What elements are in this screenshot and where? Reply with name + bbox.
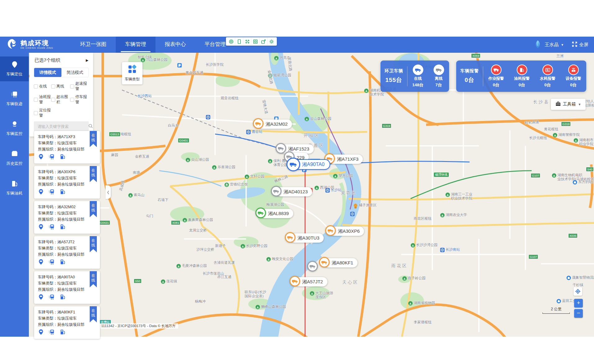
fuel-icon[interactable] <box>60 154 66 160</box>
checkbox-icon[interactable] <box>34 111 38 115</box>
map-label: 湖南警察学院 <box>553 133 580 137</box>
sidebar-item-车辆定位[interactable]: 车辆定位 <box>0 56 29 81</box>
locate-icon[interactable] <box>38 189 44 195</box>
offline-label: 离线 <box>435 76 443 81</box>
map-label: 乐喜湖公园 <box>212 165 236 170</box>
locate-button[interactable] <box>574 287 582 296</box>
settings-icon[interactable] <box>268 38 276 45</box>
vehicle-marker-湘A30TU3[interactable]: 湘A30TU3 <box>290 233 324 243</box>
track-icon[interactable] <box>49 224 55 230</box>
checkbox-icon[interactable] <box>70 84 74 88</box>
sidebar-item-车辆监控[interactable]: 车辆监控 <box>0 116 29 141</box>
zoom-in-button[interactable]: + <box>574 299 583 308</box>
locate-icon[interactable] <box>38 329 44 335</box>
vehicle-marker-湘AF1523[interactable]: 湘AF1523 <box>280 144 314 154</box>
vehicle-marker-湘A90TA0[interactable]: 湘A90TA0 <box>292 159 330 170</box>
map-label-text: 新塘子 <box>215 244 226 248</box>
filter-超出围栏[interactable]: 超出围栏 <box>51 94 70 105</box>
toolbox-button[interactable]: 工具箱 ▼ <box>551 99 586 110</box>
map-label: 石墙下 <box>158 198 169 202</box>
track-icon[interactable] <box>49 259 55 265</box>
filter-油耗报警[interactable]: 油耗报警 <box>34 94 51 105</box>
locate-icon[interactable] <box>38 259 44 265</box>
vehicle-plate: 车牌号码：湘A71XF3 <box>38 134 96 140</box>
vehicle-marker-湘AL8839[interactable]: 湘AL8839 <box>260 209 293 218</box>
vehicle-card-actions <box>38 224 96 230</box>
frame-icon[interactable] <box>251 38 259 45</box>
map-label-text: 湖南都市职业学院 <box>579 138 593 146</box>
track-icon[interactable] <box>49 154 55 160</box>
vehicle-type-button[interactable]: 车辆类型 <box>122 62 142 84</box>
truck-icon <box>253 118 263 129</box>
fuel-icon[interactable] <box>60 294 66 300</box>
filter-定位报警[interactable]: 定位报警 <box>34 108 53 118</box>
alarm-label: 油耗报警 <box>514 76 530 81</box>
map-label-text: 赤江互通 <box>217 275 232 279</box>
vehicle-marker-湘A30XP6[interactable]: 湘A30XP6 <box>330 227 364 236</box>
expand-icon[interactable] <box>243 38 251 45</box>
vehicle-card[interactable]: 车牌号码：湘A90TA0车辆类型：垃圾压缩车所属组织：厨余垃圾项目部在线 <box>34 271 100 304</box>
org-selector[interactable]: 已选7个组织 ▶ <box>29 53 93 67</box>
search-input[interactable] <box>37 124 88 129</box>
vehicle-marker-湘A32M02[interactable]: 湘A32M02 <box>258 119 292 129</box>
vehicle-marker-湘A57JT2[interactable]: 湘A57JT2 <box>294 277 327 286</box>
vehicle-type: 车辆类型：垃圾压缩车 <box>38 280 96 286</box>
track-icon[interactable] <box>49 294 55 300</box>
fullscreen-button[interactable]: 全屏 <box>572 42 588 48</box>
app-title: 鹤成环境 <box>20 40 53 47</box>
export-icon[interactable] <box>259 38 268 45</box>
zoom-out-button[interactable]: − <box>574 309 583 318</box>
fuel-icon[interactable] <box>60 224 66 230</box>
tab-简洁模式[interactable]: 简洁模式 <box>61 68 89 77</box>
checkbox-icon[interactable] <box>34 84 38 88</box>
locate-icon[interactable] <box>38 294 44 300</box>
vehicle-card[interactable]: 车牌号码：湘A71XF3车辆类型：垃圾压缩车所属组织：厨余垃圾项目部在线 <box>34 131 100 164</box>
user-menu[interactable]: 王水晶 ▼ <box>533 40 564 50</box>
metro-icon <box>246 130 251 134</box>
fuel-icon[interactable] <box>60 259 66 265</box>
park-icon <box>574 138 578 143</box>
fuel-icon[interactable] <box>60 189 66 195</box>
map-label-text: 长沙站 <box>331 188 342 192</box>
online-value: 148台 <box>412 82 423 88</box>
vehicle-card[interactable]: 车牌号码：湘A80KF1车辆类型：垃圾压缩车所属组织：厨余垃圾项目部在线 <box>34 306 100 339</box>
locate-icon[interactable] <box>38 154 44 160</box>
road-badge: X081 <box>171 220 180 225</box>
vehicle-card[interactable]: 车牌号码：湘A57JT2车辆类型：垃圾压缩车所属组织：厨余垃圾项目部在线 <box>34 236 100 269</box>
sidebar-item-历史监控[interactable]: 历史监控 <box>0 146 29 171</box>
vehicle-marker-湘A71XF3[interactable]: 湘A71XF3 <box>329 155 363 164</box>
map-label-text: 枫林三路 <box>274 174 289 183</box>
nav-item-报表中心[interactable]: 报表中心 <box>155 37 195 53</box>
panel-collapse-handle[interactable]: ❮ <box>106 185 111 199</box>
vehicle-marker-湘AD40123[interactable]: 湘AD40123 <box>276 187 312 196</box>
filter-在线[interactable]: 在线 <box>34 81 51 92</box>
vehicle-marker-湘A80KF1[interactable]: 湘A80KF1 <box>324 258 358 267</box>
filter-离线[interactable]: 离线 <box>51 81 70 92</box>
sidebar-item-车辆轨迹[interactable]: 车辆轨迹 <box>0 86 29 111</box>
park-icon <box>364 88 369 93</box>
track-icon[interactable] <box>49 189 55 195</box>
locate-icon[interactable] <box>38 224 44 230</box>
tab-详情模式[interactable]: 详情模式 <box>34 68 61 77</box>
track-icon[interactable] <box>49 329 55 335</box>
logo-icon <box>6 38 18 51</box>
search-icon[interactable] <box>88 124 93 130</box>
zoom-icon[interactable] <box>227 38 235 45</box>
measure-icon[interactable] <box>235 38 243 45</box>
vehicle-card[interactable]: 车牌号码：湘A30XP6车辆类型：垃圾压缩车所属组织：厨余垃圾项目部在线 <box>34 166 100 199</box>
map-canvas[interactable]: 智造小镇乌山森林公园长沙医学院黄金园互通月亮岛银星湾公园观音岩枢纽长沙西站麓谷站… <box>29 53 594 337</box>
map-label-text: 望月公园 <box>339 174 353 178</box>
checkbox-icon[interactable] <box>34 98 38 102</box>
nav-item-环卫一张图[interactable]: 环卫一张图 <box>71 37 116 53</box>
metro-icon <box>350 212 355 216</box>
vehicle-card[interactable]: 车牌号码：湘A32M02车辆类型：垃圾压缩车所属组织：厨余垃圾项目部在线 <box>34 201 100 234</box>
fuel-icon[interactable] <box>60 329 66 335</box>
checkbox-icon[interactable] <box>70 98 74 102</box>
nav-item-车辆管理[interactable]: 车辆管理 <box>116 37 155 53</box>
filter-停车报警[interactable]: 停车报警 <box>70 94 89 105</box>
checkbox-icon[interactable] <box>51 84 55 88</box>
sidebar-item-车辆油耗[interactable]: 车辆油耗 <box>0 176 29 200</box>
map-label-text: 东方韵动汇 <box>578 180 594 184</box>
filter-超速报警[interactable]: 超速报警 <box>70 81 89 92</box>
checkbox-icon[interactable] <box>51 98 55 102</box>
